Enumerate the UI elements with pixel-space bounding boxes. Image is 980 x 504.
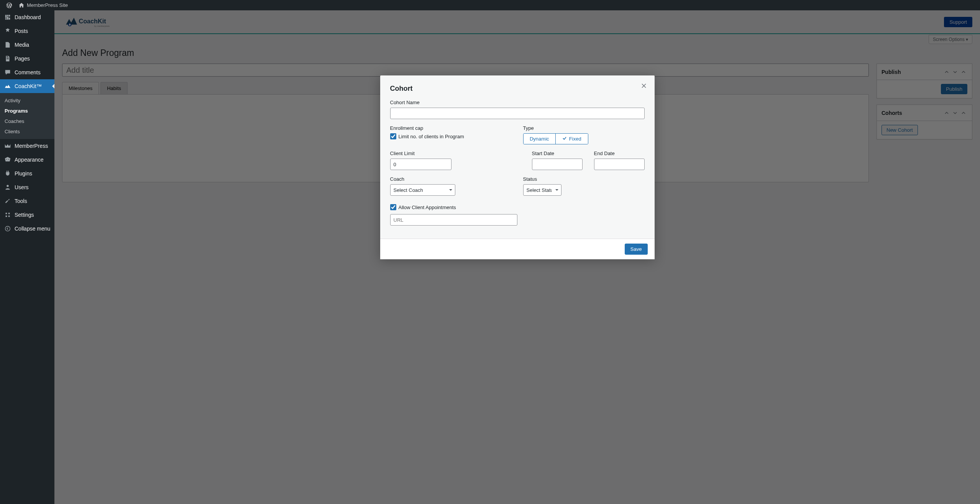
menu-label: Tools	[15, 198, 27, 204]
coachkit-icon	[4, 82, 11, 90]
menu-coachkit[interactable]: CoachKit™	[0, 79, 54, 93]
collapse-label: Collapse menu	[15, 226, 50, 232]
allow-appointments-checkbox[interactable]	[390, 204, 396, 210]
submenu-clients[interactable]: Clients	[0, 126, 54, 137]
comments-icon	[4, 69, 11, 76]
main-content: CoachKit by memberpress Support Screen O…	[54, 10, 980, 504]
admin-sidebar: Dashboard Posts Media Pages Comments Coa…	[0, 10, 54, 504]
type-fixed-button[interactable]: Fixed	[555, 134, 588, 144]
site-name-label: MemberPress Site	[27, 2, 68, 8]
memberpress-icon	[4, 142, 11, 150]
menu-tools[interactable]: Tools	[0, 194, 54, 208]
close-icon	[641, 82, 647, 91]
menu-settings[interactable]: Settings	[0, 208, 54, 222]
collapse-icon	[4, 225, 11, 232]
menu-label: Pages	[15, 56, 30, 62]
allow-appointments-label: Allow Client Appointments	[399, 205, 456, 210]
menu-label: CoachKit™	[15, 83, 42, 89]
menu-posts[interactable]: Posts	[0, 24, 54, 38]
pages-icon	[4, 55, 11, 62]
end-date-input[interactable]	[594, 159, 645, 170]
menu-label: Comments	[15, 69, 41, 75]
wordpress-icon	[6, 2, 12, 8]
status-label: Status	[523, 176, 645, 182]
end-date-label: End Date	[594, 151, 645, 156]
submenu-coachkit: Activity Programs Coaches Clients	[0, 93, 54, 139]
modal-title: Cohort	[390, 85, 645, 93]
menu-label: Plugins	[15, 170, 32, 177]
menu-comments[interactable]: Comments	[0, 65, 54, 79]
menu-plugins[interactable]: Plugins	[0, 167, 54, 180]
type-label: Type	[523, 125, 645, 131]
type-dynamic-button[interactable]: Dynamic	[524, 134, 556, 144]
enrollment-cap-label: Enrollment cap	[390, 125, 512, 131]
admin-bar: MemberPress Site	[0, 0, 980, 10]
menu-label: Users	[15, 184, 29, 190]
menu-users[interactable]: Users	[0, 180, 54, 194]
menu-label: MemberPress	[15, 143, 48, 149]
home-icon	[18, 2, 25, 8]
submenu-activity[interactable]: Activity	[0, 95, 54, 106]
tools-icon	[4, 197, 11, 205]
type-segmented: Dynamic Fixed	[523, 133, 588, 144]
menu-appearance[interactable]: Appearance	[0, 153, 54, 167]
settings-icon	[4, 211, 11, 219]
status-select[interactable]: Select Status	[523, 184, 561, 196]
close-button[interactable]	[639, 82, 648, 91]
client-limit-label: Client Limit	[390, 151, 451, 156]
cohort-name-input[interactable]	[390, 108, 645, 119]
modal-overlay: Cohort Cohort Name Enrollment cap Limit …	[54, 10, 980, 504]
menu-label: Posts	[15, 28, 28, 34]
pin-icon	[4, 27, 11, 35]
plugins-icon	[4, 170, 11, 177]
start-date-label: Start Date	[532, 151, 583, 156]
start-date-input[interactable]	[532, 159, 583, 170]
appearance-icon	[4, 156, 11, 164]
submenu-programs[interactable]: Programs	[0, 106, 54, 116]
menu-memberpress[interactable]: MemberPress	[0, 139, 54, 153]
site-name-link[interactable]: MemberPress Site	[15, 0, 71, 10]
menu-label: Appearance	[15, 157, 44, 163]
url-input[interactable]	[390, 214, 517, 226]
collapse-menu[interactable]: Collapse menu	[0, 222, 54, 236]
limit-clients-checkbox[interactable]	[390, 133, 396, 139]
type-fixed-label: Fixed	[569, 136, 581, 142]
coach-select[interactable]: Select Coach	[390, 184, 455, 196]
svg-point-0	[5, 226, 10, 231]
save-button[interactable]: Save	[625, 244, 648, 255]
menu-label: Settings	[15, 212, 34, 218]
media-icon	[4, 41, 11, 49]
check-icon	[562, 136, 567, 142]
modal-footer: Save	[380, 239, 655, 259]
menu-label: Dashboard	[15, 14, 41, 20]
wp-logo[interactable]	[3, 0, 15, 10]
menu-label: Media	[15, 42, 29, 48]
cohort-modal: Cohort Cohort Name Enrollment cap Limit …	[380, 75, 655, 259]
cohort-name-label: Cohort Name	[390, 100, 645, 105]
menu-dashboard[interactable]: Dashboard	[0, 10, 54, 24]
limit-clients-label: Limit no. of clients in Program	[399, 134, 464, 139]
users-icon	[4, 183, 11, 191]
coach-label: Coach	[390, 176, 512, 182]
submenu-coaches[interactable]: Coaches	[0, 116, 54, 126]
menu-pages[interactable]: Pages	[0, 52, 54, 65]
dashboard-icon	[4, 13, 11, 21]
menu-media[interactable]: Media	[0, 38, 54, 52]
client-limit-input[interactable]	[390, 159, 451, 170]
